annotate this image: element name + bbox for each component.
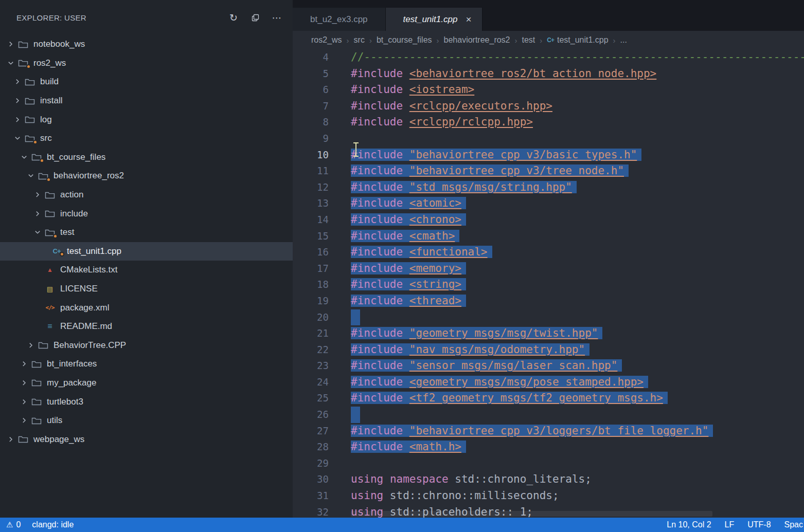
line-number: 6: [293, 82, 329, 98]
tree-item-include[interactable]: include: [0, 204, 293, 223]
collapse-folders-icon[interactable]: [248, 11, 262, 24]
code-line-14[interactable]: 14#include <chrono>: [293, 212, 804, 228]
close-icon[interactable]: ×: [466, 14, 471, 25]
eol-indicator[interactable]: LF: [725, 520, 735, 529]
folder-icon: [17, 59, 29, 67]
tree-item-webpage_ws[interactable]: webpage_ws: [0, 430, 293, 449]
code-line-19[interactable]: 19#include <thread>: [293, 293, 804, 309]
tree-item-notebook_ws[interactable]: notebook_ws: [0, 35, 293, 54]
text-cursor-pointer: [353, 142, 359, 157]
code-line-28[interactable]: 28#include <math.h>: [293, 439, 804, 455]
code-line-20[interactable]: 20: [293, 309, 804, 326]
tree-item-label: action: [60, 190, 83, 200]
tree-item-action[interactable]: action: [0, 186, 293, 205]
code-line-5[interactable]: 5#include <behaviortree_ros2/bt_action_n…: [293, 66, 804, 82]
main-area: EXPLORER: USER ↻ ⋯ notebook_wsros2_wsbui…: [0, 0, 804, 518]
chevron-right-icon: [20, 379, 29, 387]
code-line-24[interactable]: 24#include <geometry_msgs/msg/pose_stamp…: [293, 374, 804, 391]
chevron-right-icon: [6, 40, 15, 48]
indent-indicator[interactable]: Spac: [784, 520, 803, 529]
code-line-4[interactable]: 4//-------------------------------------…: [293, 49, 804, 66]
horizontal-scrollbar[interactable]: [351, 511, 712, 517]
tree-item-utils[interactable]: utils: [0, 411, 293, 430]
line-content: #include <chrono>: [329, 212, 466, 228]
tree-item-package.xml[interactable]: </>package.xml: [0, 298, 293, 317]
code-line-12[interactable]: 12#include "std_msgs/msg/string.hpp": [293, 179, 804, 196]
selection-highlight: #include <geometry_msgs/msg/pose_stamped…: [351, 376, 648, 388]
line-number: 27: [293, 423, 329, 439]
warning-icon: ⚠: [6, 520, 13, 529]
code-line-21[interactable]: 21#include "geometry_msgs/msg/twist.hpp": [293, 325, 804, 342]
folder-icon: [30, 360, 43, 369]
code-line-18[interactable]: 18#include <string>: [293, 277, 804, 293]
tree-item-my_package[interactable]: my_package: [0, 374, 293, 393]
selection-highlight: #include <thread>: [351, 295, 466, 307]
tree-item-behaviortree_ros2[interactable]: behaviortree_ros2: [0, 167, 293, 186]
tab-test_unit1-cpp[interactable]: test_unit1.cpp ×: [386, 8, 483, 31]
tree-item-test_unit1.cpp[interactable]: C+test_unit1.cpp: [0, 242, 293, 261]
code-line-23[interactable]: 23#include "sensor_msgs/msg/laser_scan.h…: [293, 358, 804, 374]
breadcrumb-item--[interactable]: ...: [620, 35, 627, 45]
tree-item-bt_interfaces[interactable]: bt_interfaces: [0, 355, 293, 374]
tree-item-BehaviorTree.CPP[interactable]: BehaviorTree.CPP: [0, 336, 293, 355]
git-modified-dot: [40, 158, 44, 163]
breadcrumb-item-bt-course-files[interactable]: bt_course_files: [377, 35, 432, 45]
line-number: 18: [293, 277, 329, 293]
code-line-13[interactable]: 13#include <atomic>: [293, 195, 804, 212]
tree-item-build[interactable]: build: [0, 72, 293, 91]
breadcrumb-item-test-unit1-cpp[interactable]: C+test_unit1.cpp: [547, 35, 608, 45]
code-line-30[interactable]: 30using namespace std::chrono_literals;: [293, 471, 804, 488]
tree-item-CMakeLists.txt[interactable]: ▲CMakeLists.txt: [0, 261, 293, 280]
file-tree: notebook_wsros2_wsbuildinstalllogsrcbt_c…: [0, 35, 293, 449]
code-line-10[interactable]: 10#include "behaviortree_cpp_v3/basic_ty…: [293, 147, 804, 163]
code-line-15[interactable]: 15#include <cmath>: [293, 228, 804, 245]
line-number: 11: [293, 163, 329, 179]
more-actions-icon[interactable]: ⋯: [270, 11, 283, 24]
code-line-31[interactable]: 31using std::chrono::milliseconds;: [293, 488, 804, 504]
breadcrumb-item-ros2-ws[interactable]: ros2_ws: [311, 35, 342, 45]
code-line-22[interactable]: 22#include "nav_msgs/msg/odometry.hpp": [293, 342, 804, 358]
code-line-17[interactable]: 17#include <memory>: [293, 261, 804, 277]
status-bar-right: Ln 10, Col 2 LF UTF-8 Spac: [667, 520, 803, 529]
line-number: 19: [293, 293, 329, 309]
breadcrumb-separator: ›: [437, 36, 439, 45]
breadcrumb-item-behaviortree-ros2[interactable]: behaviortree_ros2: [444, 35, 510, 45]
problems-indicator[interactable]: ⚠ 0: [6, 520, 21, 529]
code-editor[interactable]: 4//-------------------------------------…: [293, 49, 804, 518]
folder-icon: [44, 209, 56, 218]
tree-item-turtlebot3[interactable]: turtlebot3: [0, 392, 293, 411]
code-line-7[interactable]: 7#include <rclcpp/executors.hpp>: [293, 98, 804, 115]
tree-item-LICENSE[interactable]: ▤LICENSE: [0, 280, 293, 299]
tree-item-log[interactable]: log: [0, 110, 293, 129]
cursor-position[interactable]: Ln 10, Col 2: [667, 520, 711, 529]
breadcrumb-item-test[interactable]: test: [522, 35, 535, 45]
code-line-8[interactable]: 8#include <rclcpp/rclcpp.hpp>: [293, 114, 804, 131]
encoding-indicator[interactable]: UTF-8: [747, 520, 771, 529]
clangd-status[interactable]: clangd: idle: [32, 520, 74, 529]
selection-highlight: #include <functional>: [351, 246, 492, 258]
code-line-25[interactable]: 25#include <tf2_geometry_msgs/tf2_geomet…: [293, 390, 804, 407]
tab-bt_u2_ex3-cpp[interactable]: bt_u2_ex3.cpp: [293, 8, 386, 31]
folder-icon: [24, 134, 36, 143]
line-number: 28: [293, 439, 329, 455]
tree-item-ros2_ws[interactable]: ros2_ws: [0, 54, 293, 73]
tree-item-README.md[interactable]: ≡README.md: [0, 317, 293, 336]
breadcrumb-item-src[interactable]: src: [354, 35, 365, 45]
tree-item-test[interactable]: test: [0, 223, 293, 242]
tree-item-install[interactable]: install: [0, 91, 293, 111]
code-line-16[interactable]: 16#include <functional>: [293, 244, 804, 261]
code-line-29[interactable]: 29: [293, 455, 804, 472]
tree-item-src[interactable]: src: [0, 129, 293, 148]
code-line-6[interactable]: 6#include <iostream>: [293, 82, 804, 98]
line-content: #include "sensor_msgs/msg/laser_scan.hpp…: [329, 358, 622, 374]
refresh-icon[interactable]: ↻: [227, 11, 240, 24]
code-line-9[interactable]: 9: [293, 131, 804, 147]
folder-icon: [24, 115, 36, 124]
chevron-down-icon: [6, 59, 15, 67]
code-line-11[interactable]: 11#include "behaviortree_cpp_v3/tree_nod…: [293, 163, 804, 179]
code-line-27[interactable]: 27#include "behaviortree_cpp_v3/loggers/…: [293, 423, 804, 439]
tree-item-label: CMakeLists.txt: [60, 265, 117, 275]
code-line-26[interactable]: 26: [293, 407, 804, 423]
selection-highlight: #include "nav_msgs/msg/odometry.hpp": [351, 343, 589, 356]
tree-item-bt_course_files[interactable]: bt_course_files: [0, 148, 293, 167]
